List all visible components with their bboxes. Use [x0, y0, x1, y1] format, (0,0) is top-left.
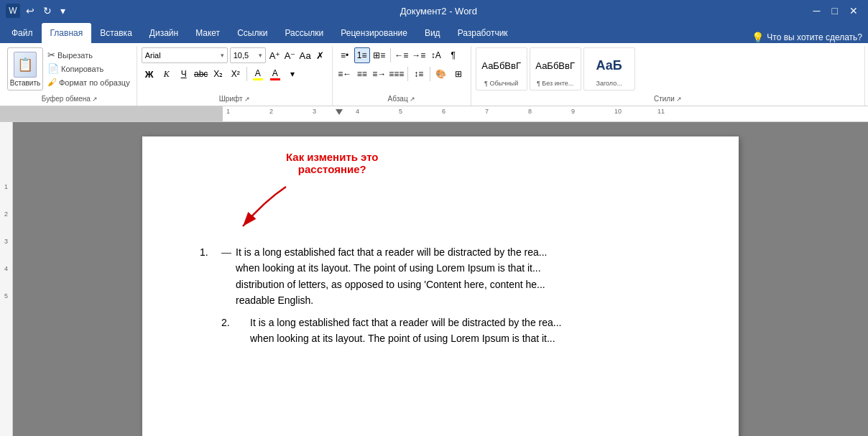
cut-label: Вырезать [57, 51, 93, 60]
align-right-button[interactable]: ≡→ [371, 66, 387, 82]
color-dropdown-button[interactable]: ▾ [285, 66, 300, 82]
ribbon-tabs: Файл Главная Вставка Дизайн Макет Ссылки… [0, 22, 868, 43]
ruler-v-num-5: 5 [4, 292, 8, 300]
document-area[interactable]: Как изменить это расстояние? 1. — It is … [13, 122, 868, 436]
clear-format-button[interactable]: ✗ [313, 48, 328, 62]
text-color-button[interactable]: A [267, 66, 283, 82]
sort-button[interactable]: ↕A [428, 47, 444, 63]
change-case-button[interactable]: Аа [298, 48, 313, 62]
superscript-button[interactable]: X² [228, 66, 244, 82]
font-row-1: Arial ▾ 10,5 ▾ A⁺ A⁻ Аа ✗ [142, 47, 328, 63]
increase-indent-button[interactable]: →≡ [411, 47, 427, 63]
subscript-button[interactable]: X₂ [211, 66, 226, 82]
underline-button[interactable]: Ч [176, 66, 192, 82]
font-grow-button[interactable]: A⁺ [268, 48, 282, 62]
copy-label: Копировать [61, 65, 103, 73]
list-text-2: It is a long established fact that a rea… [243, 315, 696, 347]
tab-design[interactable]: Дизайн [141, 23, 187, 43]
align-left-button[interactable]: ≡← [337, 66, 353, 82]
text-highlight-button[interactable]: A [250, 66, 266, 82]
copy-icon: 📄 [47, 63, 59, 74]
strikethrough-button[interactable]: abc [193, 66, 209, 82]
clipboard-expand-icon[interactable]: ↗ [92, 96, 98, 103]
document-page[interactable]: Как изменить это расстояние? 1. — It is … [142, 136, 739, 436]
list-num-1: 1. [200, 244, 221, 309]
italic-button[interactable]: К [159, 66, 175, 82]
format-label: Формат по образцу [59, 78, 130, 87]
maximize-button[interactable]: □ [828, 5, 842, 17]
customize-button[interactable]: ▾ [57, 4, 68, 18]
annotation-line1: Как изменить это [286, 151, 379, 163]
styles-group: АаБбВвГ ¶ Обычный АаБбВвГ ¶ Без инте... … [471, 46, 865, 106]
window-title: Документ2 - Word [68, 6, 809, 17]
style-heading1[interactable]: АаБ Заголо... [583, 47, 635, 91]
list-text-1: It is a long established fact that a rea… [236, 244, 696, 309]
window-controls: ─ □ ✕ [809, 5, 862, 17]
word-icon: W [6, 4, 20, 18]
main-area: 1 2 3 4 5 Как изменить это расстояние? [0, 122, 868, 436]
ruler-num-7: 7 [485, 108, 489, 115]
separator-2 [390, 48, 391, 62]
para-label: Абзац ↗ [337, 93, 466, 104]
style-normal-preview: АаБбВвГ [479, 51, 525, 80]
font-format-row: Ж К Ч abc X₂ X² A A ▾ [142, 66, 300, 82]
tab-mailings[interactable]: Рассылки [276, 23, 332, 43]
style-normal[interactable]: АаБбВвГ ¶ Обычный [476, 47, 527, 91]
redo-button[interactable]: ↻ [40, 4, 55, 18]
justify-button[interactable]: ≡≡≡ [389, 66, 405, 82]
ruler-num-8: 8 [528, 108, 532, 115]
ruler-num-6: 6 [442, 108, 445, 115]
highlight-color-bar [253, 78, 263, 80]
bold-button[interactable]: Ж [142, 66, 157, 82]
cut-button[interactable]: ✂ Вырезать [45, 49, 132, 61]
font-expand-icon[interactable]: ↗ [244, 96, 250, 103]
tab-review[interactable]: Рецензирование [332, 23, 416, 43]
tab-layout[interactable]: Макет [187, 23, 228, 43]
shading-button[interactable]: 🎨 [433, 66, 449, 82]
undo-button[interactable]: ↩ [23, 4, 37, 18]
minimize-button[interactable]: ─ [809, 5, 825, 17]
align-center-button[interactable]: ≡≡ [354, 66, 370, 82]
line-spacing-button[interactable]: ↕≡ [411, 66, 427, 82]
search-icon: 💡 [752, 32, 764, 43]
format-painter-icon: 🖌 [47, 77, 57, 88]
ruler-num-11: 11 [657, 108, 665, 115]
numbering-button[interactable]: 1≡ [354, 47, 370, 63]
ribbon-body: 📋 Вставить ✂ Вырезать 📄 Копировать 🖌 Фор… [0, 43, 868, 106]
style-heading1-name: Заголо... [596, 80, 622, 87]
clipboard-group: 📋 Вставить ✂ Вырезать 📄 Копировать 🖌 Фор… [3, 46, 137, 106]
para-expand-icon[interactable]: ↗ [410, 96, 415, 103]
borders-button[interactable]: ⊞ [451, 66, 466, 82]
font-size-selector[interactable]: 10,5 ▾ [230, 47, 266, 63]
tab-home[interactable]: Главная [42, 23, 92, 43]
list-item-2: 2. It is a long established fact that a … [200, 315, 696, 347]
ruler-v-num-4: 4 [4, 265, 8, 272]
format-painter-button[interactable]: 🖌 Формат по образцу [45, 76, 132, 88]
separator-4 [430, 67, 430, 81]
list-num-2: 2. [221, 315, 243, 347]
style-no-spacing-preview: АаБбВвГ [532, 51, 578, 80]
tab-developer[interactable]: Разработчик [449, 23, 517, 43]
multilevel-list-button[interactable]: ⊞≡ [371, 47, 387, 63]
font-shrink-button[interactable]: A⁻ [283, 48, 297, 62]
show-marks-button[interactable]: ¶ [445, 47, 461, 63]
decrease-indent-button[interactable]: ←≡ [394, 47, 410, 63]
separator-3 [407, 67, 408, 81]
tab-references[interactable]: Ссылки [228, 23, 276, 43]
tab-file[interactable]: Файл [3, 23, 42, 43]
tab-view[interactable]: Вид [416, 23, 449, 43]
indent-marker[interactable] [336, 109, 343, 115]
bullets-button[interactable]: ≡• [337, 47, 353, 63]
font-label: Шрифт ↗ [142, 93, 328, 104]
copy-button[interactable]: 📄 Копировать [45, 62, 132, 75]
font-name-selector[interactable]: Arial ▾ [142, 47, 228, 63]
ribbon-search[interactable]: 💡 Что вы хотите сделать? [752, 32, 868, 43]
ruler-num-9: 9 [571, 108, 575, 115]
tab-insert[interactable]: Вставка [91, 23, 141, 43]
close-button[interactable]: ✕ [845, 5, 862, 17]
para-row-1: ≡• 1≡ ⊞≡ ←≡ →≡ ↕A ¶ [337, 47, 461, 63]
paste-button[interactable]: 📋 Вставить [7, 47, 43, 91]
style-no-spacing[interactable]: АаБбВвГ ¶ Без инте... [530, 47, 581, 91]
styles-expand-icon[interactable]: ↗ [676, 96, 682, 103]
styles-content: АаБбВвГ ¶ Обычный АаБбВвГ ¶ Без инте... … [476, 47, 860, 93]
